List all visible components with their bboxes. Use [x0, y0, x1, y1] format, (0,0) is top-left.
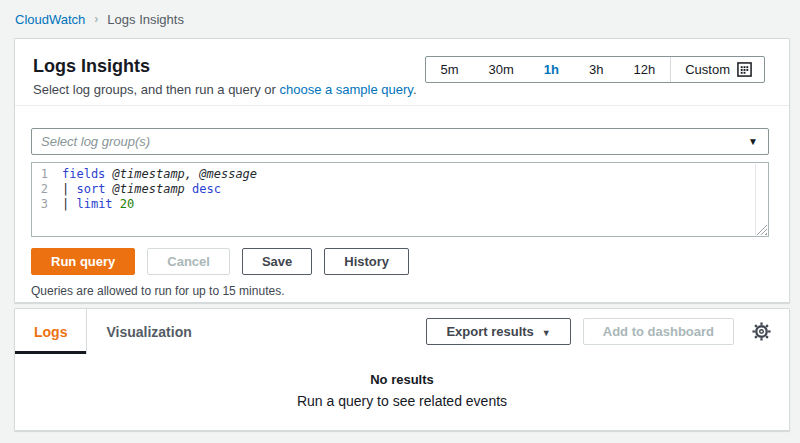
time-range-option-1h[interactable]: 1h: [529, 57, 574, 82]
empty-state-title: No results: [15, 372, 789, 387]
tab-logs[interactable]: Logs: [15, 309, 86, 354]
query-limit-note: Queries are allowed to run for up to 15 …: [31, 284, 769, 298]
resize-handle-icon[interactable]: [756, 224, 767, 235]
log-group-select[interactable]: Select log group(s) ▼: [31, 128, 769, 155]
page-subtitle: Select log groups, and then run a query …: [33, 82, 771, 97]
query-panel-header: Logs Insights Select log groups, and the…: [15, 39, 789, 106]
line-number: 3: [32, 197, 62, 212]
breadcrumb: CloudWatch › Logs Insights: [0, 0, 800, 38]
line-number: 2: [32, 182, 62, 197]
query-line: 3| limit 20: [32, 197, 768, 212]
time-range-option-12h[interactable]: 12h: [619, 57, 671, 82]
time-range-option-3h[interactable]: 3h: [574, 57, 618, 82]
results-toolbar: Logs Visualization Export results ▼ Add …: [15, 309, 789, 354]
calendar-icon: [737, 62, 752, 77]
tab-visualization[interactable]: Visualization: [86, 309, 210, 354]
run-query-button[interactable]: Run query: [31, 248, 135, 275]
subtitle-period: .: [413, 82, 417, 97]
query-actions: Run query Cancel Save History: [31, 248, 769, 275]
results-panel: Logs Visualization Export results ▼ Add …: [14, 308, 790, 431]
time-range-option-5m[interactable]: 5m: [426, 57, 474, 82]
editor-scrollbar[interactable]: [755, 164, 756, 235]
export-results-button[interactable]: Export results ▼: [426, 318, 570, 345]
empty-state-subtitle: Run a query to see related events: [15, 393, 789, 409]
gear-icon: [752, 322, 771, 341]
query-editor[interactable]: 1fields @timestamp, @message2| sort @tim…: [31, 162, 769, 237]
line-number: 1: [32, 167, 62, 182]
time-range-options: 5m30m1h3h12h: [426, 57, 671, 82]
chevron-right-icon: ›: [94, 12, 98, 26]
save-button[interactable]: Save: [242, 248, 312, 275]
cancel-button[interactable]: Cancel: [147, 248, 230, 275]
add-to-dashboard-button[interactable]: Add to dashboard: [583, 318, 734, 345]
breadcrumb-cloudwatch-link[interactable]: CloudWatch: [15, 12, 85, 27]
time-range-custom-button[interactable]: Custom: [670, 57, 764, 82]
time-range-selector: 5m30m1h3h12h Custom: [425, 56, 766, 83]
query-editor-code: 1fields @timestamp, @message2| sort @tim…: [32, 163, 768, 212]
results-actions: Export results ▼ Add to dashboard: [426, 318, 773, 345]
settings-button[interactable]: [750, 320, 773, 343]
query-line: 2| sort @timestamp desc: [32, 182, 768, 197]
query-line: 1fields @timestamp, @message: [32, 167, 768, 182]
log-group-placeholder: Select log group(s): [41, 134, 150, 149]
caret-down-icon: ▼: [542, 328, 551, 338]
empty-state: No results Run a query to see related ev…: [15, 354, 789, 409]
subtitle-text: Select log groups, and then run a query …: [33, 82, 279, 97]
chevron-down-icon: ▼: [748, 136, 758, 147]
sample-query-link[interactable]: choose a sample query: [279, 82, 412, 97]
results-tabs: Logs Visualization: [15, 309, 211, 354]
export-results-label: Export results: [446, 324, 533, 339]
time-range-option-30m[interactable]: 30m: [474, 57, 529, 82]
query-panel: Logs Insights Select log groups, and the…: [14, 38, 790, 303]
custom-label: Custom: [685, 62, 730, 77]
history-button[interactable]: History: [324, 248, 409, 275]
breadcrumb-current-page: Logs Insights: [107, 12, 184, 27]
query-panel-body: Select log group(s) ▼ 1fields @timestamp…: [15, 106, 789, 298]
